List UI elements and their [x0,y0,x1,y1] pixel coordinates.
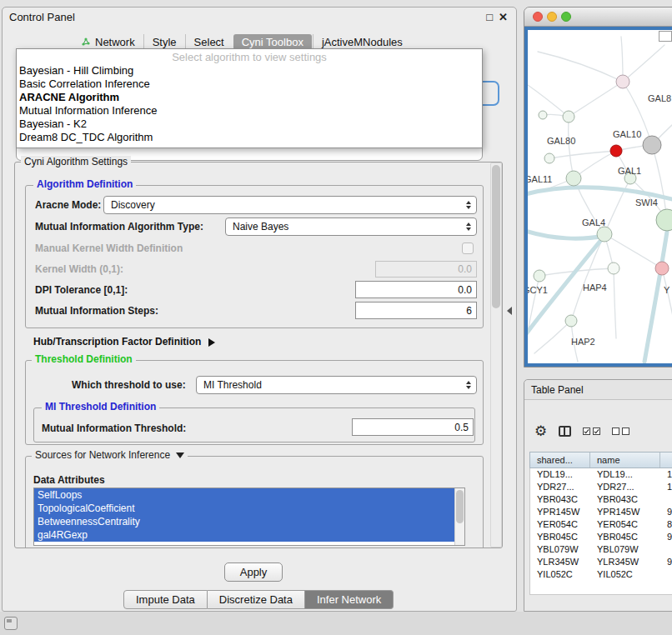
attributes-scrollbar[interactable] [454,488,464,545]
mi-algorithm-type-combobox[interactable]: Naive Bayes [225,218,477,236]
table-toolbar: ⚙ [534,418,629,443]
algorithm-dropdown-popup: Select algorithm to view settings Bayesi… [16,48,483,148]
hub-definition-toggle[interactable]: Hub/Transcription Factor Definition [33,336,215,348]
table-cell: YPR145W [590,506,660,518]
birdseye-view-box[interactable] [659,31,672,42]
network-window-titlebar[interactable] [524,8,672,27]
network-node[interactable] [565,315,577,327]
table-row[interactable]: YER054CYER054C8. [530,518,672,531]
table-cell: YBL079W [590,543,660,556]
algorithm-option-basic-correlation-inference[interactable]: Basic Correlation Inference [17,78,482,91]
table-cell: YBR045C [590,531,660,543]
table-cell: YBR045C [530,531,590,543]
attribute-item-topologicalcoefficient[interactable]: TopologicalCoefficient [34,502,454,515]
apply-button[interactable]: Apply [224,562,283,582]
algorithm-option-dream8-dc-tdc-algorithm[interactable]: Dream8 DC_TDC Algorithm [17,131,482,144]
bottom-tab-discretize-data[interactable]: Discretize Data [208,590,305,609]
network-node[interactable] [597,227,612,242]
network-node[interactable] [544,153,554,163]
mi-algorithm-type-value: Naive Bayes [233,221,288,232]
table-panel-titlebar[interactable]: Table Panel [524,380,672,400]
column-header-extra[interactable] [660,452,672,468]
sources-legend-label: Sources for Network Inference [35,449,170,461]
tab-jactivemnodules[interactable]: jActiveMNodules [313,34,411,50]
control-panel-titlebar[interactable]: Control Panel □ ✕ [3,8,516,28]
network-edge [614,268,616,338]
node-label-gal10: GAL10 [613,129,641,139]
table-row[interactable]: YDL19...YDL19...13 [530,468,672,481]
tab-style[interactable]: Style [143,34,185,50]
sources-legend[interactable]: Sources for Network Inference [32,449,188,461]
unchecked-columns-icon[interactable] [612,428,629,435]
panel-collapse-arrow[interactable] [507,307,512,315]
mi-threshold-field[interactable]: 0.5 [352,418,474,436]
checked-columns-icon[interactable] [583,428,600,435]
algorithm-option-aracne-algorithm[interactable]: ARACNE Algorithm [17,91,482,104]
tab-select[interactable]: Select [185,34,233,50]
tab-network[interactable]: Network [73,34,143,50]
gear-icon[interactable]: ⚙ [534,424,547,438]
column-header-shared[interactable]: shared... [530,452,590,468]
float-window-button[interactable]: □ [486,11,493,23]
dropdown-prompt: Select algorithm to view settings [17,50,482,64]
table-row[interactable]: YDR27...YDR27...12 [530,481,672,493]
table-row[interactable]: YBL079WYBL079W [530,543,672,556]
table-cell: 12 [660,481,672,493]
network-node[interactable] [539,111,547,119]
node-label-gal1: GAL1 [618,166,641,176]
algorithm-option-bayesian-k2[interactable]: Bayesian - K2 [17,118,482,131]
column-header-name[interactable]: name [590,452,660,468]
algorithm-option-bayesian-hill-climbing[interactable]: Bayesian - Hill Climbing [17,64,482,78]
network-node[interactable] [566,171,581,186]
network-edge [662,268,672,325]
network-node[interactable] [616,75,629,88]
mi-steps-field[interactable]: 6 [355,302,477,319]
network-node[interactable] [656,209,672,231]
table-row[interactable]: YBR045CYBR045C9. [530,531,672,543]
table-row[interactable]: YBR043CYBR043C [530,493,672,506]
kernel-width-field[interactable]: 0.0 [375,261,477,278]
manual-kernel-width-checkbox[interactable] [462,242,474,254]
mac-close-button[interactable] [533,12,543,22]
network-canvas[interactable]: GAL8GAL80GAL10GAL11GAL1SWI4GAL4GCY1HAP4H… [524,27,672,367]
minimized-panel-icon[interactable] [4,617,18,630]
table-row[interactable]: YIL052CYIL052C [530,568,672,581]
table-cell: YBR043C [590,493,660,506]
network-node[interactable] [534,270,545,282]
network-node[interactable] [655,262,669,275]
attributes-scrollbar-thumb[interactable] [456,490,464,523]
dpi-tolerance-field[interactable]: 0.0 [355,281,477,298]
column-selector-icon[interactable] [559,426,571,437]
node-label-gal8: GAL8 [648,93,671,103]
attribute-item-gal4rgexp[interactable]: gal4RGexp [34,528,454,542]
network-node[interactable] [643,136,661,154]
combo-arrows-icon [466,201,471,209]
table-cell: YDR27... [590,481,660,493]
kernel-width-label: Kernel Width (0,1): [35,262,123,276]
network-node[interactable] [610,145,622,157]
attribute-item-betweennesscentrality[interactable]: BetweennessCentrality [34,515,454,528]
bottom-tab-infer-network[interactable]: Infer Network [305,590,394,609]
tab-cyni-toolbox[interactable]: Cyni Toolbox [233,34,312,50]
table-panel-title: Table Panel [531,384,584,396]
table-cell: 13 [660,468,672,481]
network-node[interactable] [608,262,619,274]
network-node[interactable] [563,111,574,122]
aracne-mode-combobox[interactable]: Discovery [103,196,477,214]
table-row[interactable]: YLR345WYLR345W9. [530,556,672,568]
attribute-item-selfloops[interactable]: SelfLoops [34,488,454,502]
bottom-tab-impute-data[interactable]: Impute Data [123,590,208,609]
table-cell: YLR345W [530,556,590,568]
settings-scrollbar-thumb[interactable] [492,165,500,308]
tab-label: Style [153,36,177,48]
table-row[interactable]: YPR145WYPR145W9. [530,506,672,518]
which-threshold-label: Which threshold to use: [72,378,186,392]
mi-algorithm-type-label: Mutual Information Algorithm Type: [35,220,203,233]
table-header-row: shared...name [529,452,672,468]
which-threshold-combobox[interactable]: MI Threshold [196,376,477,394]
algorithm-option-mutual-information-inference[interactable]: Mutual Information Inference [17,104,482,118]
close-window-button[interactable]: ✕ [499,11,508,23]
mi-threshold-label: Mutual Information Threshold: [42,422,186,435]
mac-minimize-button[interactable] [547,12,557,22]
mac-zoom-button[interactable] [561,12,571,22]
